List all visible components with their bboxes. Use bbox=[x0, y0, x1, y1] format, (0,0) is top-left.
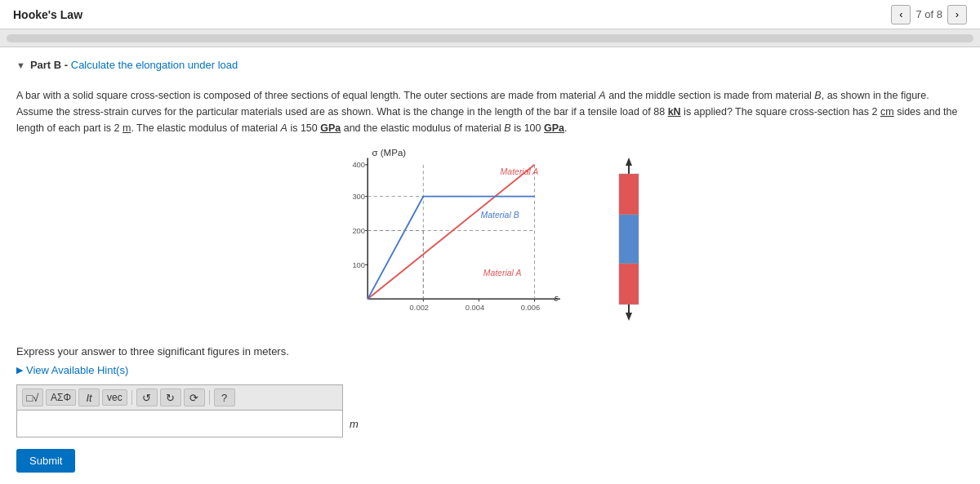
vec-icon: vec bbox=[107, 392, 122, 403]
scrollbar-track[interactable] bbox=[7, 34, 973, 42]
greek-button[interactable]: ΑΣΦ bbox=[46, 389, 76, 406]
svg-rect-31 bbox=[619, 264, 639, 304]
greek-icon: ΑΣΦ bbox=[51, 392, 71, 403]
page-indicator: 7 of 8 bbox=[915, 8, 942, 20]
undo-icon: ↺ bbox=[142, 392, 151, 404]
part-label: Part B bbox=[30, 59, 61, 71]
svg-marker-28 bbox=[626, 158, 632, 166]
svg-text:0.006: 0.006 bbox=[521, 303, 541, 312]
toolbar-separator bbox=[131, 390, 132, 405]
top-bar: Hooke's Law ‹ 7 of 8 › bbox=[0, 0, 980, 29]
section-description: Calculate the elongation under load bbox=[71, 59, 238, 71]
svg-text:0.004: 0.004 bbox=[466, 303, 485, 312]
svg-text:Material B: Material B bbox=[481, 211, 519, 220]
section-header: ▼ Part B - Calculate the elongation unde… bbox=[16, 47, 964, 79]
svg-text:Material A: Material A bbox=[501, 167, 539, 176]
svg-text:400: 400 bbox=[352, 160, 365, 169]
hint-arrow-icon: ▶ bbox=[16, 365, 23, 375]
svg-text:300: 300 bbox=[352, 192, 365, 201]
help-icon: ? bbox=[221, 392, 227, 404]
main-content: ▼ Part B - Calculate the elongation unde… bbox=[0, 47, 980, 484]
page-title: Hooke's Law bbox=[13, 8, 82, 21]
redo-button[interactable]: ↻ bbox=[160, 389, 181, 406]
sqrt-icon: □√ bbox=[27, 392, 39, 404]
stress-strain-chart: σ (MPa) 100 200 300 400 0.002 0.004 0.00… bbox=[327, 149, 580, 329]
hint-label[interactable]: View Available Hint(s) bbox=[26, 364, 128, 376]
answer-section: Express your answer to three significant… bbox=[16, 345, 964, 473]
separator: - bbox=[61, 59, 71, 71]
bar-diagram bbox=[604, 158, 653, 321]
svg-text:0.002: 0.002 bbox=[410, 303, 430, 312]
submit-button[interactable]: Submit bbox=[16, 449, 75, 473]
navigation: ‹ 7 of 8 › bbox=[891, 5, 967, 24]
collapse-icon[interactable]: ▼ bbox=[16, 60, 25, 70]
it-icon: It bbox=[86, 392, 91, 404]
problem-text: A bar with a solid square cross-section … bbox=[16, 87, 964, 136]
redo-icon: ↻ bbox=[166, 392, 175, 404]
refresh-button[interactable]: ⟳ bbox=[184, 389, 205, 406]
refresh-icon: ⟳ bbox=[189, 392, 198, 404]
svg-text:Material A: Material A bbox=[483, 269, 522, 278]
it-button[interactable]: It bbox=[78, 389, 100, 406]
input-toolbar: □√ ΑΣΦ It vec ↺ ↻ ⟳ ? bbox=[16, 384, 343, 410]
vec-button[interactable]: vec bbox=[102, 389, 127, 406]
next-button[interactable]: › bbox=[947, 5, 967, 24]
input-row: m bbox=[16, 410, 964, 437]
undo-button[interactable]: ↺ bbox=[136, 389, 158, 406]
svg-marker-33 bbox=[626, 313, 632, 321]
sqrt-button[interactable]: □√ bbox=[22, 389, 43, 406]
scrollbar-area[interactable] bbox=[0, 29, 980, 47]
section-label: Part B - Calculate the elongation under … bbox=[30, 59, 238, 71]
svg-rect-30 bbox=[619, 215, 639, 264]
svg-rect-29 bbox=[619, 174, 639, 215]
help-button[interactable]: ? bbox=[214, 389, 235, 406]
toolbar-separator-2 bbox=[209, 390, 210, 405]
svg-text:σ (MPa): σ (MPa) bbox=[372, 149, 406, 158]
answer-input[interactable] bbox=[16, 410, 343, 437]
figure-area: σ (MPa) 100 200 300 400 0.002 0.004 0.00… bbox=[16, 149, 964, 329]
svg-text:200: 200 bbox=[352, 226, 365, 235]
svg-text:100: 100 bbox=[352, 260, 365, 269]
unit-label: m bbox=[350, 418, 359, 430]
svg-text:ε: ε bbox=[555, 293, 559, 303]
prev-button[interactable]: ‹ bbox=[891, 5, 911, 24]
sig-figs-text: Express your answer to three significant… bbox=[16, 345, 964, 357]
hint-link[interactable]: ▶ View Available Hint(s) bbox=[16, 364, 964, 376]
